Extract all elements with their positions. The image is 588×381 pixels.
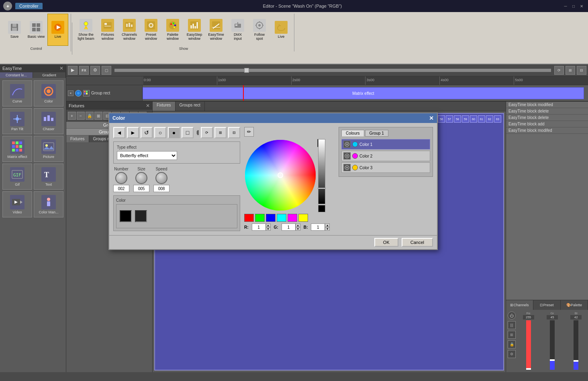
brightness-bar[interactable] (318, 139, 325, 204)
easytime-close[interactable]: ✕ (59, 66, 63, 71)
channels-window-button[interactable]: Channelswindow (119, 14, 140, 46)
color-swatch-2[interactable] (135, 210, 147, 222)
g-input[interactable] (282, 223, 296, 231)
live-button[interactable]: Live (47, 14, 68, 46)
fixture-cell-42[interactable]: 63 (494, 115, 501, 123)
red-channel-track[interactable] (526, 320, 531, 370)
nav-back[interactable]: ◄ (113, 127, 125, 138)
quick-magenta[interactable] (288, 214, 297, 222)
settings-button[interactable]: ⚙ (90, 66, 100, 75)
nav-stop[interactable]: □ (182, 127, 194, 138)
expand-button[interactable]: ⊟ (577, 66, 586, 75)
size-input[interactable] (133, 185, 149, 192)
red-channel-thumb[interactable] (526, 368, 531, 370)
r-input[interactable] (252, 223, 266, 231)
nav-expand[interactable]: ⊟ (228, 127, 240, 138)
fixture-cell-37[interactable]: 58 (454, 115, 461, 123)
fixture-cell-35[interactable]: 56 (438, 115, 445, 123)
palette-window-button[interactable]: Palettewindow (162, 14, 183, 46)
quick-red[interactable] (244, 214, 254, 222)
nav-circle[interactable]: ○ (154, 127, 166, 138)
fixtures-window-button[interactable]: Fixtureswindow (97, 14, 118, 46)
r-spin-down[interactable]: ▼ (266, 227, 271, 231)
blue-channel-track[interactable] (574, 320, 578, 370)
constant-tab[interactable]: Constant le... (0, 72, 33, 78)
speed-knob[interactable] (155, 172, 167, 184)
loop-button[interactable]: ⟳ (554, 66, 564, 75)
fixtures-tab[interactable]: Fixtures (66, 135, 89, 142)
quick-green[interactable] (255, 214, 265, 222)
fixture-cell-39[interactable]: 60 (470, 115, 477, 123)
quick-yellow[interactable] (298, 214, 308, 222)
number-input[interactable] (113, 185, 129, 192)
quick-blue[interactable] (266, 214, 276, 222)
effect-select[interactable]: Butterfly effect Chase effect Gradient e… (117, 151, 177, 160)
effect-color[interactable]: Color (34, 80, 63, 107)
b-spin-up[interactable]: ▲ (325, 223, 330, 227)
size-knob[interactable] (135, 172, 147, 184)
maximize-button[interactable]: □ (570, 3, 577, 9)
number-knob[interactable] (115, 172, 127, 184)
fx-button[interactable]: FX (79, 66, 89, 75)
ok-button[interactable]: OK (374, 238, 398, 247)
minimize-button[interactable]: ─ (562, 3, 569, 9)
effect-color-man[interactable]: Color Man... (34, 191, 63, 217)
grid-ctrl-btn[interactable]: ⊞ (508, 331, 516, 339)
effect-chaser[interactable]: Chaser (34, 108, 63, 134)
power-btn[interactable]: ⏻ (508, 311, 516, 320)
fixture-cell-40[interactable]: 61 (478, 115, 485, 123)
channels-tab[interactable]: ⊞ Channels (506, 300, 533, 310)
matrix-block[interactable]: Matrix effect (143, 87, 584, 99)
r-spin-up[interactable]: ▲ (266, 223, 271, 227)
track-collapse[interactable]: × (68, 90, 74, 96)
nav-loop[interactable]: ⟳ (201, 127, 213, 138)
color-entry-2[interactable]: Color 2 (341, 151, 430, 161)
track-content[interactable]: Matrix effect (143, 85, 588, 101)
save-button[interactable]: Save (4, 14, 25, 46)
remove-fixture[interactable]: − (77, 112, 85, 120)
nav-reset[interactable]: ↺ (141, 127, 153, 138)
undo-button[interactable]: Live (271, 14, 292, 46)
effect-video[interactable]: Video (2, 191, 32, 217)
show-beam-button[interactable]: Show thelight beam (76, 14, 96, 46)
fixtures-bottom-tab[interactable]: Fixtures (153, 102, 176, 111)
time-scrubber[interactable] (114, 69, 551, 72)
dmx-input-button[interactable]: DMXinput (227, 14, 248, 46)
green-channel-track[interactable] (550, 320, 555, 370)
g-spin-down[interactable]: ▼ (296, 227, 300, 231)
nav-play[interactable]: ● (168, 127, 180, 138)
effect-text[interactable]: T Text (34, 164, 63, 190)
preset-tab[interactable]: ⊡ Preset (533, 300, 561, 310)
nav-forward[interactable]: ► (127, 127, 139, 138)
cancel-button[interactable]: Cancel (402, 238, 433, 247)
close-button[interactable]: ✕ (578, 3, 585, 9)
fixture-cell-36[interactable]: 57 (446, 115, 453, 123)
preset-window-button[interactable]: Presetwindow (141, 14, 161, 46)
easytime-window-button[interactable]: EasyTimewindow (206, 14, 227, 46)
b-spin-down[interactable]: ▼ (325, 227, 330, 231)
follow-spot-button[interactable]: Followspot (249, 14, 270, 46)
effect-gif[interactable]: GIF Gif (2, 164, 32, 190)
fixtures-close[interactable]: ✕ (146, 103, 150, 109)
copy-fixture[interactable]: ⊞ (94, 112, 102, 120)
effect-curve[interactable]: Curve (2, 80, 32, 107)
blue-channel-thumb[interactable] (574, 360, 578, 362)
fixture-cell-41[interactable]: 62 (486, 115, 493, 123)
nav-grid[interactable]: ⊞ (214, 127, 227, 138)
menu-tab-label[interactable]: Controller (15, 3, 43, 9)
effect-matrix[interactable]: Matrix effect (2, 136, 32, 162)
group1-tab[interactable]: Group 1 (365, 130, 388, 137)
palette-tab[interactable]: 🎨 Palette (561, 300, 588, 310)
g-spin-up[interactable]: ▲ (296, 223, 300, 227)
grid-button[interactable]: ⊞ (566, 66, 575, 75)
color-swatch-1[interactable] (120, 210, 132, 222)
green-channel-thumb[interactable] (550, 359, 555, 361)
easystep-window-button[interactable]: EasyStepwindow (184, 14, 205, 46)
b-input[interactable] (311, 223, 325, 231)
add-fixture[interactable]: + (68, 112, 76, 120)
fixture-cell-38[interactable]: 59 (462, 115, 469, 123)
color-entry-3[interactable]: Color 3 (341, 162, 430, 173)
quick-cyan[interactable] (277, 214, 286, 222)
snap-button[interactable]: ▢ (102, 66, 111, 75)
effect-pan-tilt[interactable]: Pan Tilt (2, 108, 32, 134)
